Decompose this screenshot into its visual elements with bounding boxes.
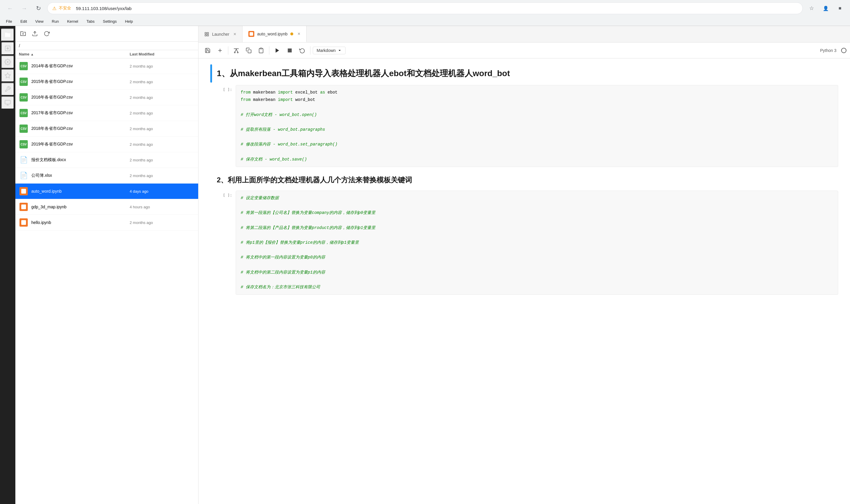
copy-button[interactable] bbox=[243, 45, 254, 56]
file-name: 公司簿.xlsx bbox=[31, 173, 129, 178]
security-text: 不安全 bbox=[59, 6, 71, 11]
file-panel: / Name ▲ Last Modified CSV 2014年各省市GDP.c… bbox=[15, 26, 198, 504]
csv-file-icon: CSV bbox=[19, 108, 28, 118]
tab-notebook[interactable]: auto_word.ipynb × bbox=[242, 26, 307, 42]
svg-rect-9 bbox=[205, 33, 206, 34]
cut-button[interactable] bbox=[231, 45, 242, 56]
code-line-1: from makerbean import excel_bot as ebot bbox=[241, 89, 833, 96]
file-item[interactable]: 📄 公司簿.xlsx 2 months ago bbox=[15, 168, 198, 183]
xlsx-file-icon: 📄 bbox=[19, 171, 28, 180]
file-name: 报价文档模板.docx bbox=[31, 157, 129, 163]
code-line-2: from makerbean import word_bot bbox=[241, 96, 833, 104]
reload-button[interactable]: ↻ bbox=[33, 3, 44, 14]
csv-file-icon: CSV bbox=[19, 77, 28, 87]
cell-3-markdown-content: 2、利用上面所学的文档处理机器人几个方法来替换模板关键词 bbox=[212, 172, 838, 188]
add-cell-button[interactable] bbox=[214, 45, 226, 56]
refresh-button[interactable] bbox=[41, 28, 52, 39]
tab-notebook-close[interactable]: × bbox=[297, 31, 300, 37]
svg-rect-23 bbox=[288, 48, 292, 52]
file-item[interactable]: CSV 2014年各省市GDP.csv 2 months ago bbox=[15, 58, 198, 74]
file-item[interactable]: hello.ipynb 2 months ago bbox=[15, 215, 198, 231]
code-line-c6 bbox=[241, 232, 833, 239]
file-item[interactable]: CSV 2018年各省市GDP.csv 2 months ago bbox=[15, 121, 198, 137]
file-item[interactable]: CSV 2016年各省市GDP.csv 2 months ago bbox=[15, 90, 198, 105]
menu-settings[interactable]: Settings bbox=[99, 18, 120, 25]
csv-file-icon: CSV bbox=[19, 61, 28, 71]
profile-button[interactable]: 👤 bbox=[820, 3, 831, 14]
file-item[interactable]: CSV 2015年各省市GDP.csv 2 months ago bbox=[15, 74, 198, 90]
col-modified-label: Last Modified bbox=[129, 52, 195, 56]
sidebar-icon-files[interactable] bbox=[1, 28, 14, 41]
file-modified: 2 months ago bbox=[129, 142, 195, 147]
kernel-select[interactable]: Markdown bbox=[313, 47, 346, 54]
back-button[interactable]: ← bbox=[5, 3, 15, 14]
cell-1-content: 1、从makerbean工具箱内导入表格处理机器人ebot和文档处理机器人wor… bbox=[212, 64, 838, 83]
tab-launcher[interactable]: Launcher × bbox=[198, 26, 242, 42]
code-line-c8 bbox=[241, 246, 833, 254]
address-bar[interactable]: ⚠ 不安全 59.111.103.108/user/yxx/lab bbox=[47, 2, 803, 14]
run-button[interactable] bbox=[272, 45, 283, 56]
kernel-status-circle bbox=[841, 48, 847, 53]
csv-file-icon: CSV bbox=[19, 140, 28, 149]
code-line-c13: # 保存文档名为：北京市张三科技有限公司 bbox=[241, 284, 833, 291]
code-line-c9: # 将文档中的第一段内容设置为变量p0的内容 bbox=[241, 254, 833, 261]
svg-rect-21 bbox=[260, 48, 262, 49]
restart-button[interactable] bbox=[296, 45, 308, 56]
file-name: 2017年各省市GDP.csv bbox=[31, 110, 129, 116]
file-item[interactable]: gdp_3d_map.ipynb 4 hours ago bbox=[15, 199, 198, 215]
cell-1-markdown: 1、从makerbean工具箱内导入表格处理机器人ebot和文档处理机器人wor… bbox=[210, 64, 838, 83]
sidebar-icon-running[interactable] bbox=[1, 42, 14, 55]
file-name: 2016年各省市GDP.csv bbox=[31, 95, 129, 100]
svg-marker-22 bbox=[276, 48, 279, 53]
cell-1-markdown-content: 1、从makerbean工具箱内导入表格处理机器人ebot和文档处理机器人wor… bbox=[212, 64, 838, 83]
file-item[interactable]: 📄 报价文档模板.docx 2 months ago bbox=[15, 152, 198, 168]
file-item[interactable]: auto_word.ipynb 4 days ago bbox=[15, 183, 198, 199]
menu-help[interactable]: Help bbox=[121, 18, 136, 25]
cell-4-code-content[interactable]: # 设定变量储存数据 # 将第一段落的【公司名】替换为变量company的内容，… bbox=[236, 191, 838, 295]
menu-file[interactable]: File bbox=[2, 18, 16, 25]
csv-file-icon: CSV bbox=[19, 93, 28, 102]
notebook-tab-icon bbox=[248, 31, 254, 37]
forward-button[interactable]: → bbox=[19, 3, 30, 14]
file-item[interactable]: CSV 2017年各省市GDP.csv 2 months ago bbox=[15, 105, 198, 121]
menu-run[interactable]: Run bbox=[48, 18, 62, 25]
cell-2-content[interactable]: from makerbean import excel_bot as ebot … bbox=[236, 85, 838, 167]
save-button[interactable] bbox=[202, 45, 213, 56]
upload-button[interactable] bbox=[30, 28, 40, 39]
code-line-c2 bbox=[241, 202, 833, 209]
code-line-c3: # 将第一段落的【公司名】替换为变量company的内容，储存到p0变量里 bbox=[241, 209, 833, 217]
sidebar-icon-commands[interactable] bbox=[1, 55, 14, 69]
cell-4-content[interactable]: # 设定变量储存数据 # 将第一段落的【公司名】替换为变量company的内容，… bbox=[236, 191, 838, 295]
file-modified: 2 months ago bbox=[129, 174, 195, 178]
menu-kernel[interactable]: Kernel bbox=[64, 18, 82, 25]
cell-2-code-content[interactable]: from makerbean import excel_bot as ebot … bbox=[236, 85, 838, 167]
extension-button[interactable]: ■ bbox=[835, 3, 845, 14]
csv-file-icon: CSV bbox=[19, 124, 28, 133]
stop-button[interactable] bbox=[284, 45, 295, 56]
file-panel-toolbar bbox=[15, 26, 198, 42]
launcher-icon bbox=[204, 32, 209, 37]
kernel-dropdown-icon bbox=[337, 48, 342, 53]
bookmark-button[interactable]: ☆ bbox=[806, 3, 817, 14]
docx-file-icon: 📄 bbox=[19, 155, 28, 165]
menu-view[interactable]: View bbox=[32, 18, 47, 25]
toolbar-separator-1 bbox=[228, 46, 228, 55]
col-name-label: Name bbox=[19, 52, 29, 56]
sidebar-icon-tools[interactable] bbox=[1, 83, 14, 96]
code-line-c5: # 将第二段落的【产品名】替换为变量product的内容，储存到p1变量里 bbox=[241, 224, 833, 232]
svg-point-16 bbox=[237, 52, 238, 53]
new-folder-button[interactable] bbox=[18, 28, 28, 39]
security-icon: ⚠ bbox=[52, 6, 56, 11]
svg-rect-11 bbox=[205, 35, 206, 36]
menu-edit[interactable]: Edit bbox=[17, 18, 31, 25]
sidebar-icon-palette[interactable] bbox=[1, 69, 14, 82]
paste-button[interactable] bbox=[256, 45, 267, 56]
file-item[interactable]: CSV 2019年各省市GDP.csv 2 months ago bbox=[15, 137, 198, 152]
menu-tabs[interactable]: Tabs bbox=[83, 18, 98, 25]
tab-launcher-close[interactable]: × bbox=[233, 32, 236, 37]
sidebar-icon-tabs[interactable] bbox=[1, 96, 14, 109]
file-list-header[interactable]: Name ▲ Last Modified bbox=[15, 50, 198, 58]
svg-rect-10 bbox=[207, 33, 209, 34]
svg-rect-3 bbox=[5, 100, 10, 104]
cell-3-markdown: 2、利用上面所学的文档处理机器人几个方法来替换模板关键词 bbox=[210, 172, 838, 188]
